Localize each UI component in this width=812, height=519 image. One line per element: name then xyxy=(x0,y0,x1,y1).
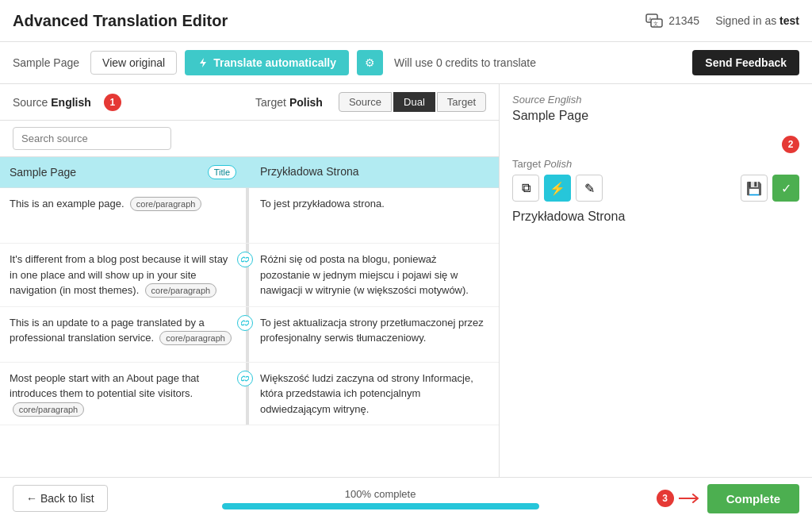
sub-header: Source English 1 Target Polish Source Du… xyxy=(0,84,499,121)
arrow-right-icon xyxy=(679,492,703,505)
send-feedback-button[interactable]: Send Feedback xyxy=(692,50,799,75)
source-para2: It's different from a blog post because … xyxy=(0,244,246,307)
annotation-1-badge: 1 xyxy=(104,94,121,111)
table-row: It's different from a blog post because … xyxy=(0,244,499,307)
source-title-cell: Sample Page Title xyxy=(0,157,246,188)
right-source-label: Source English xyxy=(512,94,799,106)
table-row: Sample Page Title Przykładowa Strona xyxy=(0,157,499,188)
para-tag-4: core/paragraph xyxy=(13,402,85,417)
svg-text:A: A xyxy=(649,17,652,21)
right-source-title: Sample Page xyxy=(512,109,799,123)
right-target-label: Target Polish xyxy=(512,158,799,170)
translate-icon: A 文 xyxy=(645,11,664,30)
title-tag: Title xyxy=(208,165,236,179)
link-icon-4 xyxy=(237,371,253,386)
copy-button[interactable]: ⧉ xyxy=(512,175,539,202)
target-title-cell: Przykładowa Strona xyxy=(249,157,499,188)
table-row: Most people start with an About page tha… xyxy=(0,363,499,426)
header: Advanced Translation Editor A 文 21345 Si… xyxy=(0,0,812,42)
header-icon-area: A 文 21345 xyxy=(645,11,699,30)
search-input[interactable] xyxy=(13,127,171,150)
main-area: Source English 1 Target Polish Source Du… xyxy=(0,84,812,477)
right-target-title: Przykładowa Strona xyxy=(512,210,799,224)
back-to-list-button[interactable]: ← Back to list xyxy=(13,485,108,512)
signed-in-area: Signed in as test xyxy=(715,14,799,27)
para-tag-3: core/paragraph xyxy=(159,331,232,345)
app-title: Advanced Translation Editor xyxy=(13,12,645,30)
tab-target[interactable]: Target xyxy=(437,92,486,112)
translate-auto-button[interactable]: Translate automatically xyxy=(185,50,349,75)
source-para3: This is an update to a page translated b… xyxy=(0,307,246,363)
translation-table: Sample Page Title Przykładowa Strona Thi… xyxy=(0,157,499,477)
action-bar: ⧉ ⚡ ✎ 💾 ✓ xyxy=(512,175,799,202)
table-row: This is an example page. core/paragraph … xyxy=(0,188,499,244)
target-lang-label: Target Polish xyxy=(255,96,323,109)
toolbar: Sample Page View original Translate auto… xyxy=(0,42,812,84)
tab-dual[interactable]: Dual xyxy=(393,92,435,112)
source-para4: Most people start with an About page tha… xyxy=(0,363,246,426)
svg-marker-4 xyxy=(200,58,206,67)
target-para3: To jest aktualizacja strony przetłumaczo… xyxy=(249,307,499,363)
confirm-button[interactable]: ✓ xyxy=(772,175,799,202)
progress-bar-fill xyxy=(222,503,539,509)
lightning-icon xyxy=(197,57,209,68)
annotation-3-badge: 3 xyxy=(657,490,674,507)
page-name: Sample Page xyxy=(13,56,79,69)
view-tabs: Source Dual Target xyxy=(339,92,486,112)
project-id: 21345 xyxy=(668,14,699,27)
link-icon-3 xyxy=(237,315,253,331)
progress-bar-bg xyxy=(222,503,539,509)
settings-button[interactable]: ⚙ xyxy=(357,50,383,75)
target-para4: Większość ludzi zaczyna od strony Inform… xyxy=(249,363,499,426)
para-tag-2: core/paragraph xyxy=(145,283,217,298)
link-icon-2 xyxy=(237,252,253,267)
source-lang-label: Source English xyxy=(13,96,91,109)
view-original-button[interactable]: View original xyxy=(90,51,177,75)
annotation-2-badge: 2 xyxy=(782,136,799,153)
para-tag-1: core/paragraph xyxy=(130,197,202,211)
svg-text:文: 文 xyxy=(653,21,658,26)
search-bar xyxy=(0,121,499,157)
source-para1: This is an example page. core/paragraph xyxy=(0,188,246,244)
annotation-2-area: 2 xyxy=(512,136,799,153)
progress-section: 100% complete xyxy=(124,488,638,509)
table-row: This is an update to a page translated b… xyxy=(0,307,499,363)
target-para2: Różni się od posta na blogu, ponieważ po… xyxy=(249,244,499,307)
progress-label: 100% complete xyxy=(345,488,416,500)
complete-area: 3 Complete xyxy=(653,484,799,513)
auto-translate-small-button[interactable]: ⚡ xyxy=(544,175,571,202)
source-title-text: Sample Page xyxy=(10,166,76,179)
complete-button[interactable]: Complete xyxy=(707,484,799,513)
tab-source[interactable]: Source xyxy=(339,92,392,112)
left-panel: Source English 1 Target Polish Source Du… xyxy=(0,84,500,477)
right-panel: Source English Sample Page 2 Target Poli… xyxy=(500,84,812,477)
save-button[interactable]: 💾 xyxy=(741,175,768,202)
credits-text: Will use 0 credits to translate xyxy=(394,56,684,69)
edit-button[interactable]: ✎ xyxy=(576,175,603,202)
target-para1: To jest przykładowa strona. xyxy=(249,188,499,244)
footer: ← Back to list 100% complete 3 Complete xyxy=(0,477,812,519)
